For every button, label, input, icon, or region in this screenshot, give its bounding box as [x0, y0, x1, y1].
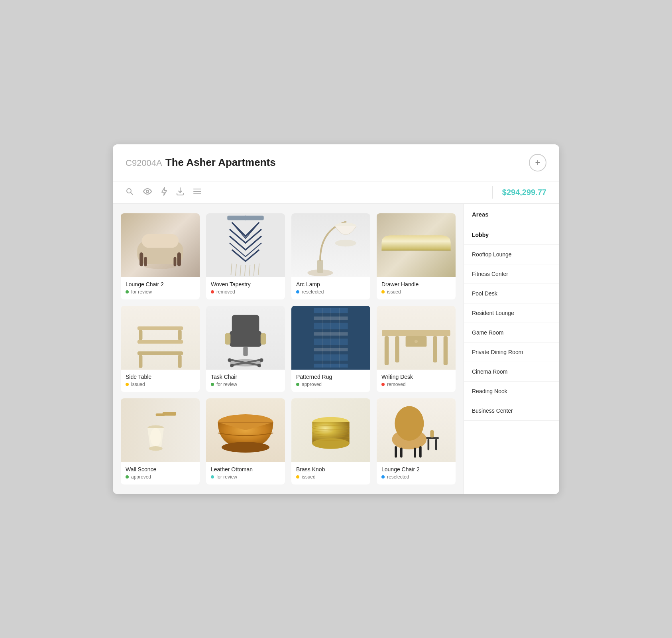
svg-rect-59: [382, 330, 450, 336]
item-card[interactable]: Side Table issued: [121, 306, 200, 392]
item-card[interactable]: Brass Knob issued: [291, 398, 370, 484]
sidebar-item-lobby[interactable]: Lobby: [464, 225, 559, 245]
status-label: removed: [387, 382, 406, 387]
sidebar-item-resident-lounge[interactable]: Resident Lounge: [464, 303, 559, 323]
sidebar-item-business-center[interactable]: Business Center: [464, 401, 559, 421]
svg-line-16: [236, 264, 236, 276]
item-info: Lounge Chair 2 reselected: [377, 462, 456, 484]
sidebar-item-pool-desk[interactable]: Pool Desk: [464, 284, 559, 303]
svg-rect-36: [261, 333, 266, 345]
item-card[interactable]: Wall Sconce approved: [121, 398, 200, 484]
add-button[interactable]: +: [529, 154, 546, 171]
sidebar-item-fitness-center[interactable]: Fitness Center: [464, 264, 559, 284]
main-layout: Lounge Chair 2 for review: [113, 204, 559, 494]
svg-rect-80: [428, 439, 430, 450]
svg-point-61: [415, 340, 418, 343]
item-name: Lounge Chair 2: [381, 466, 451, 473]
item-name: Writing Desk: [381, 374, 451, 380]
svg-line-1: [131, 193, 133, 195]
status-label: for review: [131, 289, 152, 295]
svg-rect-31: [139, 355, 142, 368]
item-card[interactable]: Drawer Handle issued: [377, 213, 456, 299]
item-image: [377, 213, 456, 277]
status-label: reselected: [302, 289, 324, 295]
svg-line-17: [240, 265, 241, 276]
item-image: [121, 398, 200, 462]
item-card[interactable]: Lounge Chair 2 reselected: [377, 398, 456, 484]
sidebar-item-cinema-room[interactable]: Cinema Room: [464, 362, 559, 382]
svg-rect-32: [178, 355, 182, 368]
item-status: removed: [381, 382, 451, 387]
item-status: issued: [126, 382, 195, 387]
sidebar-item-reading-nook[interactable]: Reading Nook: [464, 382, 559, 401]
item-image: [121, 306, 200, 370]
item-card[interactable]: Woven Tapestry removed: [206, 213, 285, 299]
svg-rect-85: [395, 446, 397, 458]
search-icon[interactable]: [126, 187, 134, 197]
item-image: [377, 398, 456, 462]
item-card[interactable]: Lounge Chair 2 for review: [121, 213, 200, 299]
status-label: reselected: [387, 474, 409, 480]
item-image: [291, 306, 370, 370]
list-icon[interactable]: [193, 188, 201, 197]
item-status: for review: [126, 289, 195, 295]
sidebar: Areas Lobby Rooftop Lounge Fitness Cente…: [464, 204, 559, 494]
status-label: issued: [302, 474, 316, 480]
eye-icon[interactable]: [143, 188, 152, 197]
svg-rect-82: [430, 430, 434, 437]
svg-point-2: [146, 190, 149, 193]
status-label: approved: [131, 474, 151, 480]
item-name: Arc Lamp: [296, 281, 365, 287]
item-name: Side Table: [126, 374, 195, 380]
item-name: Leather Ottoman: [211, 466, 280, 473]
svg-point-45: [228, 358, 231, 362]
svg-rect-67: [156, 413, 165, 416]
svg-rect-33: [230, 331, 261, 347]
item-status: issued: [296, 474, 365, 480]
status-label: issued: [131, 382, 145, 387]
item-card[interactable]: Arc Lamp reselected: [291, 213, 370, 299]
item-card[interactable]: Task Chair for review: [206, 306, 285, 392]
status-label: removed: [216, 289, 235, 295]
toolbar-price: $294,299.77: [493, 188, 546, 197]
toolbar-left: [126, 187, 489, 198]
item-name: Brass Knob: [296, 466, 365, 473]
sidebar-item-game-room[interactable]: Game Room: [464, 323, 559, 343]
item-card[interactable]: Leather Ottoman for review: [206, 398, 285, 484]
item-image: [206, 306, 285, 370]
svg-point-72: [222, 442, 269, 453]
item-name: Lounge Chair 2: [126, 281, 195, 287]
app-container: C92004A The Asher Apartments +: [113, 144, 559, 494]
item-info: Arc Lamp reselected: [291, 277, 370, 299]
status-label: for review: [216, 382, 237, 387]
svg-line-21: [258, 263, 259, 275]
svg-rect-64: [395, 336, 399, 362]
svg-rect-63: [444, 336, 448, 365]
item-status: approved: [126, 474, 195, 480]
status-dot: [296, 475, 299, 478]
item-card[interactable]: Writing Desk removed: [377, 306, 456, 392]
item-image: [291, 213, 370, 277]
svg-rect-10: [177, 252, 181, 266]
svg-rect-27: [138, 340, 183, 343]
item-card[interactable]: Patterned Rug approved: [291, 306, 370, 392]
svg-point-43: [230, 364, 234, 367]
svg-rect-9: [140, 252, 143, 266]
flash-icon[interactable]: [161, 187, 167, 198]
svg-point-84: [395, 406, 424, 441]
item-status: for review: [211, 474, 280, 480]
item-info: Woven Tapestry removed: [206, 277, 285, 299]
svg-point-25: [335, 240, 356, 246]
svg-line-19: [249, 265, 250, 276]
svg-point-70: [150, 428, 161, 446]
svg-rect-23: [317, 260, 323, 273]
svg-rect-11: [144, 257, 147, 266]
svg-rect-30: [178, 330, 182, 340]
sidebar-item-rooftop-lounge[interactable]: Rooftop Lounge: [464, 245, 559, 264]
download-icon[interactable]: [177, 187, 184, 197]
svg-rect-62: [385, 336, 389, 365]
item-info: Brass Knob issued: [291, 462, 370, 484]
item-status: removed: [211, 289, 280, 295]
sidebar-item-private-dining-room[interactable]: Private Dining Room: [464, 343, 559, 362]
item-status: reselected: [296, 289, 365, 295]
